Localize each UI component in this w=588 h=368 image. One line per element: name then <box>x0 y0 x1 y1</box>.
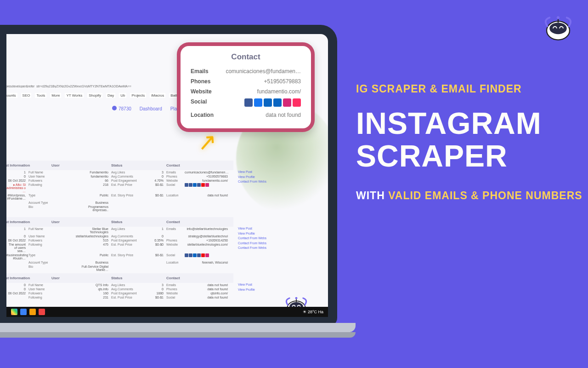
table-row: 0User NamestellarbluetechnologiesAvg.Com… <box>4 234 233 238</box>
column-header: User <box>51 276 111 280</box>
arrow-icon: ↗ <box>197 128 218 156</box>
column-header: Contact <box>166 163 231 167</box>
column-header: st Information <box>6 276 51 280</box>
taskbar-weather: ☀ 28°C Ha <box>303 310 323 314</box>
bookmark-item[interactable]: YT Works <box>65 93 84 98</box>
column-header: Status <box>111 163 166 167</box>
link[interactable]: Contact From Webs <box>238 241 284 246</box>
column-header: Contact <box>166 276 231 280</box>
bookmark-item[interactable]: SEO <box>21 93 32 98</box>
windows-taskbar[interactable]: ☀ 28°C Ha <box>6 307 328 317</box>
table-row: Account TypeBusiness <box>4 201 233 205</box>
link[interactable]: View Post <box>238 170 284 175</box>
bookmark-item[interactable]: iMacros <box>150 93 165 98</box>
robot-logo-icon <box>540 8 576 44</box>
link[interactable]: Contact From Webs <box>238 236 284 241</box>
column-header: User <box>51 163 111 167</box>
link[interactable]: View Profile <box>238 231 284 236</box>
bookmark-item[interactable]: Shopify <box>87 93 102 98</box>
table-row: BioFull-Service Digital Marke… <box>4 264 233 272</box>
svg-point-7 <box>295 297 298 299</box>
table-row: BioProgramamos empresas.. <box>4 205 233 212</box>
table-row: 0User Nameqts.infoAvg.Comments0Phonesdat… <box>4 287 233 291</box>
social-icon[interactable] <box>254 98 262 107</box>
record-block: st InformationUserStatusContact0Full Nam… <box>4 273 233 299</box>
popup-social-row: Social <box>191 97 301 110</box>
laptop-base <box>0 323 356 332</box>
popup-phones-row: Phones +51950579883 <box>191 76 301 86</box>
credits-badge: 78730 <box>112 106 131 111</box>
taskbar-apps[interactable] <box>11 309 45 315</box>
link[interactable]: View Profile <box>238 175 284 180</box>
link[interactable]: View Post <box>238 226 284 231</box>
table-row: Following231Est. Post Price$0-$1Socialda… <box>4 295 233 299</box>
table-row: 0Full NameQTS InfoAvg.Likes3Emailsdata n… <box>4 283 233 287</box>
popup-website-row: Website fundamentio.com/ <box>191 86 301 97</box>
link[interactable]: View Profile <box>238 288 284 293</box>
action-links: View PostView ProfileContact From Webs <box>238 170 284 184</box>
link[interactable]: Contact From Webs <box>238 179 284 184</box>
popup-emails-row: Emails comunicaciones@fundamen… <box>191 66 301 76</box>
column-header: Contact <box>166 220 231 224</box>
marketing-title: INSTAGRAM SCRAPER <box>356 107 586 173</box>
social-icon[interactable] <box>273 98 282 107</box>
nav-dashboard[interactable]: Dashboard <box>140 106 162 111</box>
table-row: Account TypeBusinessLocationNeenah, Wisc… <box>4 260 233 264</box>
popup-title: Contact <box>191 52 301 62</box>
table-row: 0User NamefundamentioAvg.Comments0Phones… <box>4 174 233 178</box>
action-links: View PostView Profile <box>238 282 284 292</box>
record-block: st InformationUserStatusContact1Full Nam… <box>4 161 233 212</box>
column-header: st Information <box>6 220 51 224</box>
column-header: st Information <box>6 163 51 167</box>
table-row: #businesslisting #busin…TypePublicEst. S… <box>4 253 233 260</box>
bookmark-item[interactable]: Tools <box>35 93 46 98</box>
action-links: View PostView ProfileContact From WebsCo… <box>238 226 284 251</box>
contact-popup: Contact Emails comunicaciones@fundamen… … <box>177 42 315 132</box>
record-block: st InformationUserStatusContact1Full Nam… <box>4 217 233 272</box>
social-icon[interactable] <box>264 98 272 107</box>
svg-point-3 <box>557 16 560 19</box>
social-icon[interactable] <box>293 98 301 107</box>
table-row: 06 Oct 2022Followers66Post Engagement4.7… <box>4 178 233 183</box>
svg-point-1 <box>549 23 566 34</box>
popup-location-row: Location data not found <box>191 110 301 120</box>
bookmark-item[interactable]: Projects <box>130 93 146 98</box>
column-header: Status <box>111 220 166 224</box>
table-row: 1Full NameStellar Blue TechnologiesAvg.L… <box>4 227 233 234</box>
link[interactable]: Contact From Webs <box>238 246 284 251</box>
table-row: #Wordpress, #Fundame…TypePublicEst. Stor… <box>4 193 233 201</box>
link[interactable]: View Post <box>238 282 284 288</box>
marketing-subtitle: WITH VALID EMAILS & PHONE NUMBERS <box>356 187 586 205</box>
table-row: ● Alto: Si administras o …Following218Es… <box>4 183 233 193</box>
bookmark-item[interactable]: More <box>50 93 61 98</box>
table-row: 06 Oct 2022Followers160Post Engagement18… <box>4 291 233 295</box>
social-icon[interactable] <box>283 98 291 107</box>
table-row: 06 Oct 2022Followers515Post Engagement0.… <box>4 238 233 242</box>
bookmark-item[interactable]: Day <box>106 93 115 98</box>
marketing-tagline: IG SCRAPER & EMAIL FINDER <box>356 83 586 95</box>
app-header: 78730 Dashboard Platform <box>112 106 187 111</box>
table-row: The amount of users sea…Following475Est.… <box>4 242 233 253</box>
social-icon[interactable] <box>244 98 253 107</box>
bookmark-item[interactable]: counts <box>4 93 17 98</box>
column-header: User <box>51 220 111 224</box>
table-row: 1Full NameFundamentioAvg.Likes3Emailscom… <box>4 170 233 174</box>
bookmark-item[interactable]: Ub <box>119 93 126 98</box>
column-header: Status <box>111 276 166 280</box>
